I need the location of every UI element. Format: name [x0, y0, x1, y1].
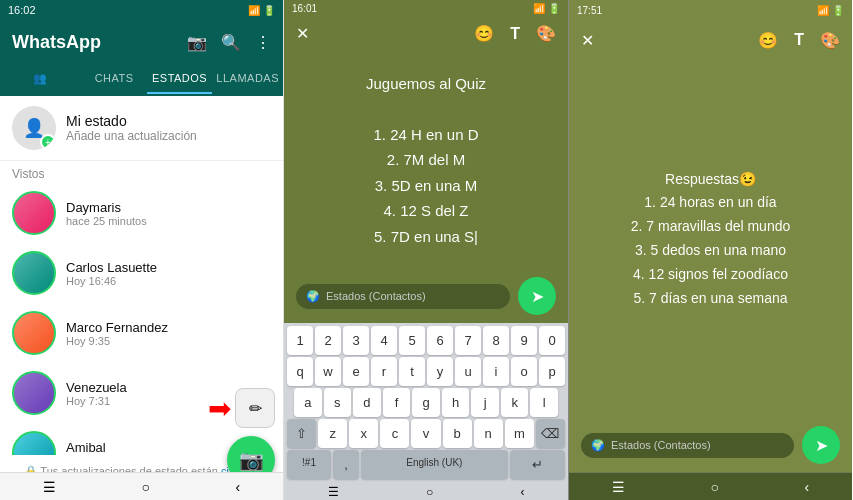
key-t[interactable]: t: [399, 357, 425, 386]
nav-home-icon[interactable]: ○: [141, 479, 149, 495]
key-shift[interactable]: ⇧: [287, 419, 316, 448]
key-k[interactable]: k: [501, 388, 529, 417]
key-u[interactable]: u: [455, 357, 481, 386]
contact-time: hace 25 minutos: [66, 215, 271, 227]
nav-home-icon-3[interactable]: ○: [710, 479, 718, 495]
keyboard-row-0: 1 2 3 4 5 6 7 8 9 0: [284, 323, 568, 356]
status-bar-1: 16:02 📶 🔋: [0, 0, 283, 20]
camera-icon[interactable]: 📷: [187, 33, 207, 52]
key-z[interactable]: z: [318, 419, 347, 448]
key-e[interactable]: e: [343, 357, 369, 386]
key-i[interactable]: i: [483, 357, 509, 386]
more-options-icon[interactable]: ⋮: [255, 33, 271, 52]
my-status-info: Mi estado Añade una actualización: [66, 113, 197, 143]
avatar: [12, 311, 56, 355]
bottom-nav-2: ☰ ○ ‹: [284, 483, 568, 500]
key-h[interactable]: h: [442, 388, 470, 417]
key-4[interactable]: 4: [371, 326, 397, 355]
whatsapp-header: WhatsApp 📷 🔍 ⋮: [0, 20, 283, 64]
key-language[interactable]: English (UK): [361, 450, 508, 479]
list-item[interactable]: Marco Fernandez Hoy 9:35: [0, 303, 283, 363]
nav-menu-icon[interactable]: ☰: [43, 479, 56, 495]
audience-badge-3[interactable]: 🌍 Estados (Contactos): [581, 433, 794, 458]
palette-icon[interactable]: 🎨: [536, 24, 556, 43]
globe-icon: 🌍: [306, 290, 320, 303]
key-symbols[interactable]: !#1: [287, 450, 331, 479]
battery-icon-3: 🔋: [832, 5, 844, 16]
edit-fab-row: ➡ ✏: [208, 388, 275, 428]
text-icon[interactable]: T: [510, 25, 520, 43]
text-icon-3[interactable]: T: [794, 31, 804, 49]
send-story-button-2[interactable]: ➤: [518, 277, 556, 315]
audience-label-3: Estados (Contactos): [611, 439, 711, 451]
close-story-icon[interactable]: ✕: [296, 24, 309, 43]
tab-llamadas[interactable]: Llamadas: [212, 64, 283, 94]
key-b[interactable]: b: [443, 419, 472, 448]
keyboard: 1 2 3 4 5 6 7 8 9 0 q w e r t y u i o p …: [284, 323, 568, 483]
story-answer-panel: 17:51 📶 🔋 ✕ 😊 T 🎨 Respuestas😉 1. 24 hora…: [568, 0, 852, 500]
contact-info: Carlos Lasuette Hoy 16:46: [66, 260, 271, 287]
tab-chats[interactable]: Chats: [81, 64, 146, 94]
key-p[interactable]: p: [539, 357, 565, 386]
keyboard-row-2: a s d f g h j k l: [284, 387, 568, 418]
status-icons-3: 📶 🔋: [817, 5, 844, 16]
key-r[interactable]: r: [371, 357, 397, 386]
status-bar-3: 17:51 📶 🔋: [569, 0, 852, 20]
key-9[interactable]: 9: [511, 326, 537, 355]
key-j[interactable]: j: [471, 388, 499, 417]
avatar: [12, 191, 56, 235]
key-0[interactable]: 0: [539, 326, 565, 355]
key-w[interactable]: w: [315, 357, 341, 386]
audience-badge-2[interactable]: 🌍 Estados (Contactos): [296, 284, 510, 309]
nav-menu-icon-2[interactable]: ☰: [328, 485, 339, 499]
status-icons-1: 📶 🔋: [248, 5, 275, 16]
search-icon[interactable]: 🔍: [221, 33, 241, 52]
key-x[interactable]: x: [349, 419, 378, 448]
signal-icon: 📶: [533, 3, 545, 14]
key-d[interactable]: d: [353, 388, 381, 417]
nav-back-icon-2[interactable]: ‹: [520, 485, 524, 499]
key-2[interactable]: 2: [315, 326, 341, 355]
list-item[interactable]: Carlos Lasuette Hoy 16:46: [0, 243, 283, 303]
key-6[interactable]: 6: [427, 326, 453, 355]
emoji-icon-3[interactable]: 😊: [758, 31, 778, 50]
key-a[interactable]: a: [294, 388, 322, 417]
key-5[interactable]: 5: [399, 326, 425, 355]
key-enter[interactable]: ↵: [510, 450, 565, 479]
key-8[interactable]: 8: [483, 326, 509, 355]
bottom-nav-1: ☰ ○ ‹: [0, 472, 283, 500]
key-m[interactable]: m: [505, 419, 534, 448]
story-text-3: Respuestas😉 1. 24 horas en un día 2. 7 m…: [631, 168, 791, 311]
key-s[interactable]: s: [324, 388, 352, 417]
key-3[interactable]: 3: [343, 326, 369, 355]
key-c[interactable]: c: [380, 419, 409, 448]
nav-back-icon-3[interactable]: ‹: [804, 479, 809, 495]
story-text-2[interactable]: Juguemos al Quiz 1. 24 H en un D 2. 7M d…: [366, 71, 486, 250]
key-comma[interactable]: ,: [333, 450, 359, 479]
key-1[interactable]: 1: [287, 326, 313, 355]
tab-estados[interactable]: Estados: [147, 64, 212, 94]
key-l[interactable]: l: [530, 388, 558, 417]
nav-menu-icon-3[interactable]: ☰: [612, 479, 625, 495]
send-story-button-3[interactable]: ➤: [802, 426, 840, 464]
nav-back-icon[interactable]: ‹: [235, 479, 240, 495]
my-status[interactable]: 👤 + Mi estado Añade una actualización: [12, 106, 271, 150]
key-q[interactable]: q: [287, 357, 313, 386]
key-y[interactable]: y: [427, 357, 453, 386]
key-v[interactable]: v: [411, 419, 440, 448]
key-backspace[interactable]: ⌫: [536, 419, 565, 448]
my-status-section: 👤 + Mi estado Añade una actualización: [0, 96, 283, 161]
key-o[interactable]: o: [511, 357, 537, 386]
nav-home-icon-2[interactable]: ○: [426, 485, 433, 499]
status-bar-2: 16:01 📶 🔋: [284, 0, 568, 17]
emoji-icon[interactable]: 😊: [474, 24, 494, 43]
close-story-icon-3[interactable]: ✕: [581, 31, 594, 50]
key-n[interactable]: n: [474, 419, 503, 448]
key-g[interactable]: g: [412, 388, 440, 417]
palette-icon-3[interactable]: 🎨: [820, 31, 840, 50]
key-7[interactable]: 7: [455, 326, 481, 355]
key-f[interactable]: f: [383, 388, 411, 417]
edit-status-button[interactable]: ✏: [235, 388, 275, 428]
tab-contacts-icon[interactable]: 👥: [0, 64, 81, 94]
list-item[interactable]: Daymaris hace 25 minutos: [0, 183, 283, 243]
